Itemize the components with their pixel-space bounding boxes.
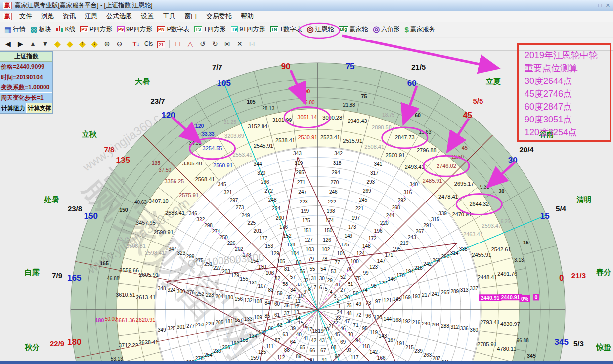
minimize-icon[interactable]: — [589, 2, 594, 9]
menu-item-1[interactable]: 浏览 [37, 11, 58, 22]
svg-text:87: 87 [275, 338, 281, 343]
menu-item-8[interactable]: 交易委托 [202, 11, 236, 22]
nav-button-cls[interactable]: Cls [142, 40, 155, 47]
nav-button-next[interactable]: ▶ [14, 40, 27, 48]
nav-button-rotate-ccw[interactable]: ↺ [196, 40, 209, 48]
svg-text:6: 6 [319, 285, 322, 290]
nav-button-screen-tool[interactable]: ⊡ [246, 40, 258, 48]
menu-item-6[interactable]: 工具 [158, 11, 180, 22]
toolbar-button-9p-square[interactable]: P99P四方形 [115, 22, 155, 37]
svg-text:345: 345 [527, 353, 536, 359]
toolbar-button-t-square[interactable]: TST四方形 [192, 22, 228, 37]
nav-button-down[interactable]: ▼ [39, 40, 51, 48]
nav-button-calendar[interactable]: 21 [155, 40, 167, 48]
svg-text:2485.91: 2485.91 [423, 178, 442, 184]
nav-button-cross-tool[interactable]: ✕ [233, 40, 246, 48]
menu-item-5[interactable]: 设置 [136, 11, 158, 22]
svg-text:180: 180 [67, 337, 81, 347]
svg-text:60: 60 [407, 79, 417, 88]
svg-text:2553.41: 2553.41 [233, 152, 253, 158]
svg-text:25.00: 25.00 [302, 100, 314, 105]
svg-text:128: 128 [287, 242, 295, 247]
svg-text:29: 29 [327, 278, 333, 283]
menu-item-2[interactable]: 资讯 [58, 11, 80, 22]
svg-text:38: 38 [286, 319, 292, 324]
nav-button-zoom-out[interactable]: ⊖ [113, 40, 126, 48]
svg-text:68: 68 [331, 345, 337, 350]
nav-button-pan-left[interactable]: ◆← [51, 39, 64, 49]
kline-label: K线 [65, 25, 75, 34]
svg-text:105: 105 [277, 259, 285, 264]
9t-square-label: 9T四方形 [239, 25, 265, 34]
nav-button-pan-right[interactable]: ◆→ [64, 39, 76, 49]
nav-button-zoom-in[interactable]: ⊕ [101, 40, 113, 48]
svg-text:7/7: 7/7 [212, 63, 222, 71]
svg-text:294: 294 [332, 170, 340, 175]
svg-text:2568.41: 2568.41 [195, 176, 215, 182]
svg-text:82: 82 [275, 276, 281, 281]
svg-text:2440.91: 2440.91 [481, 295, 499, 301]
nav-button-delete-box[interactable]: ⊠ [221, 40, 233, 48]
svg-text:149: 149 [344, 233, 352, 239]
toolbar-button-p-number-table[interactable]: PNP数字表 [155, 22, 192, 37]
panel-buttons: 计算阻力计算支撑 [0, 103, 52, 113]
calc-support-button[interactable]: 计算支撑 [27, 103, 52, 113]
svg-text:3661.36: 3661.36 [116, 317, 135, 323]
svg-text:274: 274 [212, 229, 220, 234]
svg-text:2530.91: 2530.91 [298, 134, 317, 140]
nav-button-pan-up[interactable]: ◆↑ [76, 39, 88, 49]
quotes-label: 行情 [13, 25, 25, 34]
svg-text:291: 291 [423, 223, 432, 228]
svg-text:224: 224 [272, 206, 280, 211]
menu-item-7[interactable]: 窗口 [180, 11, 202, 22]
nav-button-rotate-cw[interactable]: ↻ [209, 40, 221, 48]
svg-text:98: 98 [371, 283, 377, 289]
svg-text:61: 61 [274, 312, 280, 318]
svg-text:5: 5 [325, 286, 328, 292]
toolbar-button-winner-wheel[interactable]: Big赢家轮 [336, 22, 370, 37]
svg-text:28.13: 28.13 [262, 106, 274, 111]
toolbar-button-gann-wheel[interactable]: ◎江恩轮 [305, 22, 336, 37]
svg-text:325: 325 [167, 326, 175, 331]
menu-item-3[interactable]: 江恩 [80, 11, 102, 22]
nav-button-up[interactable]: ▲ [27, 40, 39, 48]
svg-text:70: 70 [348, 332, 353, 337]
menu-items: 文件浏览资讯江恩公式选股设置工具窗口交易委托帮助 [15, 11, 258, 22]
svg-text:大暑: 大暑 [135, 77, 150, 85]
toolbar-button-hexagon[interactable]: ◎六角形 [370, 22, 402, 37]
menu-item-4[interactable]: 公式选股 [102, 11, 136, 22]
svg-text:120: 120 [195, 123, 204, 129]
svg-text:241: 241 [432, 291, 440, 297]
svg-text:21.88: 21.88 [343, 102, 355, 108]
menu-item-9[interactable]: 帮助 [236, 11, 258, 22]
close-icon[interactable]: ✕ [606, 2, 610, 9]
toolbar-button-quotes[interactable]: ▦行情 [2, 22, 28, 37]
toolbar-button-9t-square[interactable]: T99T四方形 [228, 22, 268, 37]
app-logo-icon: 赢 [3, 2, 12, 9]
svg-text:290: 290 [441, 254, 450, 259]
maximize-icon[interactable]: □ [598, 2, 602, 9]
nav-button-t-step[interactable]: T↓ [130, 40, 142, 48]
svg-text:85: 85 [265, 313, 271, 319]
nav-button-triangle-tool[interactable]: △ [184, 40, 196, 48]
toolbar-button-winner-service[interactable]: $赢家服务 [402, 22, 438, 37]
svg-text:2644.32: 2644.32 [469, 201, 489, 207]
toolbar-button-sectors[interactable]: ▩板块 [28, 22, 53, 37]
toolbar-button-t-number-table[interactable]: TNT数字表 [268, 22, 305, 37]
svg-text:40: 40 [296, 332, 302, 337]
menu-item-0[interactable]: 文件 [15, 11, 37, 22]
svg-text:2455.91: 2455.91 [472, 252, 491, 258]
svg-text:217: 217 [422, 292, 430, 298]
svg-text:49: 49 [356, 301, 362, 307]
calc-resistance-button[interactable]: 计算阻力 [0, 103, 27, 113]
svg-text:75: 75 [361, 93, 367, 99]
svg-text:23: 23 [335, 315, 341, 321]
toolbar-button-p-square[interactable]: PSP四方形 [78, 22, 115, 37]
window-controls[interactable]: —□✕ [589, 2, 610, 9]
winner-service-label: 赢家服务 [410, 25, 435, 34]
svg-text:3: 3 [334, 293, 337, 299]
nav-button-prev[interactable]: ◀ [2, 40, 14, 48]
nav-button-square-tool[interactable]: □ [172, 40, 184, 48]
nav-button-pan-down[interactable]: ◆↓ [88, 39, 101, 49]
toolbar-button-kline[interactable]: K线 [53, 22, 78, 37]
